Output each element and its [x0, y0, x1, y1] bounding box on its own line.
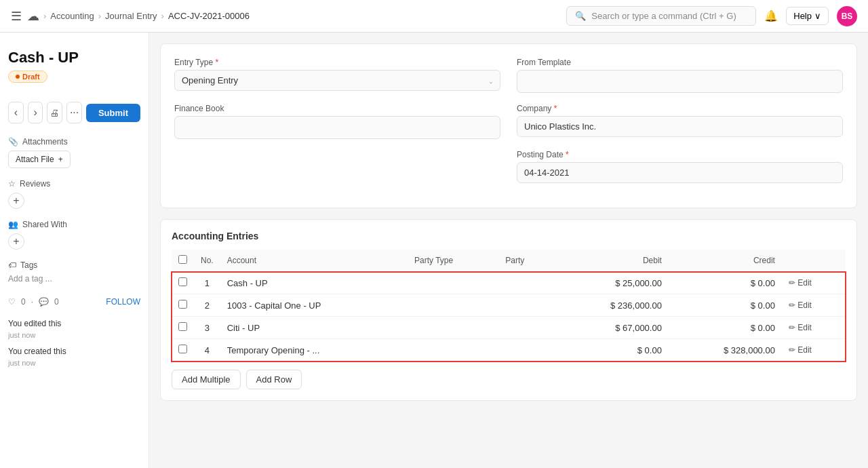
row-no: 3: [194, 317, 220, 339]
tags-header: 🏷 Tags: [8, 260, 140, 270]
entry-type-group: Entry Type * Opening Entry: [174, 58, 500, 93]
notification-button[interactable]: 🔔: [764, 9, 778, 22]
add-shared-button[interactable]: +: [8, 233, 24, 250]
row-checkbox[interactable]: [178, 345, 187, 353]
breadcrumb: ☁ › Accounting › Journal Entry › ACC-JV-…: [27, 9, 250, 24]
breadcrumb-journal-entry[interactable]: Journal Entry: [105, 11, 157, 21]
attachments-label: Attachments: [22, 137, 68, 147]
follow-button[interactable]: FOLLOW: [106, 297, 140, 307]
hamburger-button[interactable]: ☰: [11, 9, 22, 24]
from-template-input[interactable]: [517, 70, 843, 93]
activity2-action: created this: [24, 347, 66, 356]
add-review-button[interactable]: +: [8, 193, 24, 209]
row-checkbox[interactable]: [178, 300, 187, 309]
page-actions-sidebar: ‹ › 🖨 ··· Submit: [8, 99, 140, 126]
row-party: [498, 294, 555, 317]
row-credit: $ 328,000.00: [669, 339, 782, 362]
row-debit: $ 67,000.00: [555, 317, 669, 339]
main-layout: Cash - UP Draft ‹ › 🖨 ··· Submit 📎 Attac…: [0, 33, 868, 468]
accounting-entries-card: Accounting Entries No. Account Party Typ…: [160, 219, 857, 401]
row-account: 1003 - Capital One - UP: [220, 294, 408, 317]
add-multiple-button[interactable]: Add Multiple: [172, 370, 241, 389]
chevron-down-icon: ∨: [814, 11, 821, 21]
logo: ☁: [27, 9, 39, 24]
activity-section: You edited this just now You created thi…: [8, 317, 140, 368]
status-text: Draft: [22, 73, 40, 81]
th-party-type: Party Type: [408, 250, 498, 272]
row-credit: $ 0.00: [669, 317, 782, 339]
reviews-section: ☆ Reviews +: [8, 179, 140, 209]
th-checkbox: [172, 250, 194, 272]
company-label: Company *: [517, 104, 843, 113]
accounting-entries-table: No. Account Party Type Party Debit Credi…: [172, 250, 846, 362]
add-tag-label[interactable]: Add a tag ...: [8, 274, 140, 284]
add-row-button[interactable]: Add Row: [246, 370, 302, 389]
print-button[interactable]: 🖨: [47, 102, 62, 123]
row-no: 2: [194, 294, 220, 317]
next-button[interactable]: ›: [28, 102, 43, 123]
th-party: Party: [498, 250, 555, 272]
row-edit-cell: ✏ Edit: [782, 294, 846, 317]
attachment-icon: 📎: [8, 137, 18, 147]
select-all-checkbox[interactable]: [178, 255, 187, 264]
nav-right: 🔍 Search or type a command (Ctrl + G) 🔔 …: [566, 6, 857, 26]
activity2-actor: You: [8, 347, 22, 356]
form-row-3: Posting Date * 04-14-2021: [174, 150, 843, 183]
row-checkbox-cell: [172, 294, 194, 317]
row-party-type: [408, 339, 498, 362]
table-row: 3 Citi - UP $ 67,000.00 $ 0.00 ✏ Edit: [172, 317, 846, 339]
form-row-1: Entry Type * Opening Entry From Template: [174, 58, 843, 93]
th-no: No.: [194, 250, 220, 272]
table-row: 4 Temporary Opening - ... $ 0.00 $ 328,0…: [172, 339, 846, 362]
edit-button[interactable]: ✏ Edit: [789, 345, 812, 355]
sep1: ›: [43, 11, 46, 21]
help-label: Help: [793, 11, 812, 21]
prev-button[interactable]: ‹: [8, 102, 24, 123]
more-button[interactable]: ···: [66, 102, 82, 123]
search-bar[interactable]: 🔍 Search or type a command (Ctrl + G): [566, 6, 756, 26]
row-checkbox[interactable]: [178, 322, 187, 331]
row-checkbox-cell: [172, 339, 194, 362]
edit-button[interactable]: ✏ Edit: [789, 278, 812, 288]
posting-date-input[interactable]: 04-14-2021: [517, 162, 843, 183]
form-card: Entry Type * Opening Entry From Template: [160, 43, 857, 208]
finance-book-input[interactable]: [174, 116, 500, 139]
avatar: BS: [837, 6, 857, 26]
company-input[interactable]: Unico Plastics Inc.: [517, 116, 843, 137]
th-actions: [782, 250, 846, 272]
search-icon: 🔍: [575, 11, 586, 21]
row-edit-cell: ✏ Edit: [782, 339, 846, 362]
row-party-type: [408, 294, 498, 317]
accounting-entries-title: Accounting Entries: [172, 231, 846, 241]
edit-button[interactable]: ✏ Edit: [789, 323, 812, 332]
row-party: [498, 272, 555, 294]
like-icon: ♡: [8, 297, 16, 307]
from-template-label: From Template: [517, 58, 843, 67]
breadcrumb-accounting[interactable]: Accounting: [50, 11, 94, 21]
row-no: 1: [194, 272, 220, 294]
row-party: [498, 339, 555, 362]
row-checkbox-cell: [172, 317, 194, 339]
comment-icon: 💬: [39, 297, 49, 307]
plus-icon: +: [58, 155, 63, 164]
entry-type-select[interactable]: Opening Entry: [174, 70, 500, 91]
search-placeholder: Search or type a command (Ctrl + G): [591, 11, 736, 21]
entry-type-required: *: [215, 58, 218, 67]
th-debit: Debit: [555, 250, 669, 272]
nav-left: ☰ ☁ › Accounting › Journal Entry › ACC-J…: [11, 9, 250, 24]
edit-button[interactable]: ✏ Edit: [789, 300, 812, 310]
row-checkbox[interactable]: [178, 277, 187, 286]
table-row: 1 Cash - UP $ 25,000.00 $ 0.00 ✏ Edit: [172, 272, 846, 294]
table-body: 1 Cash - UP $ 25,000.00 $ 0.00 ✏ Edit 2 …: [172, 272, 846, 362]
help-button[interactable]: Help ∨: [786, 7, 829, 25]
row-account: Citi - UP: [220, 317, 408, 339]
reviews-label: Reviews: [20, 179, 50, 189]
th-credit: Credit: [669, 250, 782, 272]
tags-section: 🏷 Tags Add a tag ...: [8, 260, 140, 284]
row-party: [498, 317, 555, 339]
attach-file-label: Attach File: [16, 155, 54, 164]
posting-date-group: Posting Date * 04-14-2021: [517, 150, 843, 183]
attach-file-button[interactable]: Attach File +: [8, 151, 71, 168]
row-no: 4: [194, 339, 220, 362]
submit-button[interactable]: Submit: [86, 104, 140, 122]
